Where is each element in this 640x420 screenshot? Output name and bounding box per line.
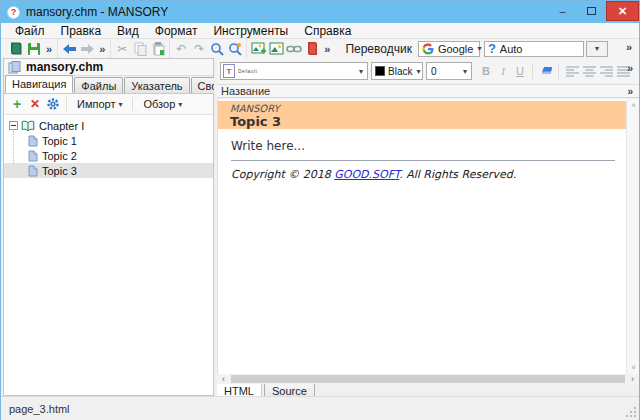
align-center-icon[interactable] bbox=[581, 63, 597, 80]
tree-node-chapter[interactable]: Chapter I bbox=[4, 118, 213, 133]
save-icon[interactable] bbox=[25, 40, 43, 57]
main-toolbar: » » ✂ ↶ ↷ bbox=[1, 39, 639, 58]
collapse-icon[interactable] bbox=[9, 121, 18, 130]
translator-engine-select[interactable]: Google ▾ bbox=[418, 41, 480, 57]
overflow-icon[interactable]: » bbox=[623, 41, 635, 53]
maximize-button[interactable] bbox=[577, 1, 606, 21]
status-bar: page_3.html bbox=[1, 396, 639, 420]
banner-topic-title: Topic 3 bbox=[230, 114, 626, 129]
bookmark-icon[interactable] bbox=[303, 40, 321, 57]
menu-file[interactable]: Файл bbox=[7, 23, 53, 38]
insert-image-icon[interactable] bbox=[249, 40, 267, 57]
wysiwyg-editor[interactable]: MANSORY Topic 3 Write here... Copyright … bbox=[217, 99, 639, 374]
project-file-icon bbox=[8, 61, 21, 74]
italic-button[interactable]: I bbox=[495, 63, 511, 80]
scroll-down-icon[interactable]: ˅ bbox=[627, 361, 640, 374]
scroll-up-icon[interactable]: ˄ bbox=[627, 99, 640, 112]
align-left-icon[interactable] bbox=[564, 63, 580, 80]
tree-node-label: Chapter I bbox=[39, 120, 84, 132]
bold-button[interactable]: B bbox=[478, 63, 494, 80]
search-icon[interactable] bbox=[208, 40, 226, 57]
link-icon[interactable] bbox=[285, 40, 303, 57]
format-toolbar: T Default ▾ Black ▾ 0 ▾ B I bbox=[217, 58, 639, 85]
back-icon[interactable] bbox=[60, 40, 78, 57]
menu-format[interactable]: Формат bbox=[147, 23, 206, 38]
divider bbox=[558, 64, 559, 79]
delete-topic-button[interactable]: ✕ bbox=[26, 95, 44, 113]
close-button[interactable]: ✕ bbox=[606, 1, 639, 21]
topic-page-icon bbox=[28, 150, 38, 162]
overflow-icon[interactable]: » bbox=[321, 43, 333, 55]
topic-page-icon bbox=[28, 135, 38, 147]
overflow-icon[interactable]: » bbox=[624, 62, 636, 74]
project-panel: mansory.chm Навигация Файлы Указатель Св… bbox=[3, 58, 214, 396]
overflow-icon[interactable]: » bbox=[624, 86, 636, 97]
menu-edit[interactable]: Правка bbox=[53, 23, 110, 38]
menu-view[interactable]: Вид bbox=[109, 23, 147, 38]
tab-files[interactable]: Файлы bbox=[74, 77, 123, 93]
underline-button[interactable]: U bbox=[512, 63, 528, 80]
copyright-link[interactable]: GOOD.SOFT bbox=[334, 168, 399, 181]
menu-tools[interactable]: Инструменты bbox=[205, 23, 296, 38]
browse-button-label: Обзор bbox=[143, 98, 175, 110]
tab-navigation[interactable]: Навигация bbox=[5, 75, 73, 93]
window-title: mansory.chm - MANSORY bbox=[26, 5, 168, 19]
app-window: ? mansory.chm - MANSORY – ✕ Файл Правка … bbox=[0, 0, 640, 420]
paste-icon[interactable] bbox=[149, 40, 167, 57]
overflow-icon[interactable]: » bbox=[96, 43, 108, 55]
google-icon bbox=[422, 43, 434, 55]
image-icon[interactable] bbox=[267, 40, 285, 57]
copy-icon[interactable] bbox=[131, 40, 149, 57]
settings-gear-icon[interactable] bbox=[44, 95, 62, 113]
translator-label: Переводчик bbox=[339, 42, 418, 56]
search-replace-icon[interactable] bbox=[226, 40, 244, 57]
tab-index[interactable]: Указатель bbox=[124, 77, 189, 93]
topic-title-header: Название » bbox=[217, 85, 639, 98]
minimize-button[interactable]: – bbox=[548, 1, 577, 21]
resize-grip-icon[interactable] bbox=[625, 406, 637, 418]
import-button[interactable]: Импорт ▾ bbox=[71, 96, 128, 112]
cut-icon[interactable]: ✂ bbox=[113, 40, 131, 57]
auto-detect-icon: ? bbox=[488, 41, 496, 56]
translator-language-select[interactable]: ? Auto bbox=[484, 41, 584, 57]
copyright-suffix: . All Rights Reserved. bbox=[399, 168, 516, 181]
scroll-left-icon[interactable]: ‹ bbox=[217, 374, 230, 384]
overflow-icon[interactable]: » bbox=[43, 43, 55, 55]
menubar: Файл Правка Вид Формат Инструменты Справ… bbox=[1, 23, 639, 39]
navigation-actions: + ✕ Импорт ▾ Обзор ▾ bbox=[4, 94, 213, 115]
scrollbar-thumb[interactable] bbox=[231, 375, 625, 383]
vertical-scrollbar[interactable]: ˄ ˅ bbox=[626, 99, 639, 374]
translator-language-dropdown-button[interactable]: ▾ bbox=[586, 41, 608, 57]
browse-button[interactable]: Обзор ▾ bbox=[137, 96, 188, 112]
scroll-right-icon[interactable]: › bbox=[626, 374, 639, 384]
tree-node-topic-2[interactable]: Topic 2 bbox=[4, 148, 213, 163]
chapter-book-icon bbox=[21, 120, 35, 132]
horizontal-scrollbar[interactable]: ‹ › bbox=[217, 374, 639, 384]
new-project-icon[interactable] bbox=[7, 40, 25, 57]
font-size-select[interactable]: 0 ▾ bbox=[426, 62, 472, 80]
font-color-select[interactable]: Black ▾ bbox=[371, 62, 423, 80]
editor-panel: T Default ▾ Black ▾ 0 ▾ B I bbox=[217, 58, 639, 396]
tree-node-label: Topic 2 bbox=[42, 150, 77, 162]
banner-project-name: MANSORY bbox=[230, 103, 626, 114]
eraser-icon[interactable] bbox=[538, 63, 554, 80]
maximize-icon bbox=[587, 7, 596, 15]
app-icon: ? bbox=[7, 6, 20, 19]
tree-node-topic-1[interactable]: Topic 1 bbox=[4, 133, 213, 148]
font-color-value: Black bbox=[388, 66, 412, 77]
translator-group: Переводчик Google ▾ ? Auto ▾ bbox=[339, 41, 608, 57]
align-right-icon[interactable] bbox=[598, 63, 614, 80]
copyright-prefix: Copyright © 2018 bbox=[231, 168, 334, 181]
chevron-down-icon: ▾ bbox=[355, 67, 367, 76]
menu-help[interactable]: Справка bbox=[296, 23, 359, 38]
add-topic-button[interactable]: + bbox=[8, 95, 26, 113]
import-button-label: Импорт bbox=[77, 98, 115, 110]
tree-node-topic-3-selected[interactable]: Topic 3 bbox=[4, 163, 213, 178]
topic-body-text[interactable]: Write here... bbox=[231, 139, 305, 153]
redo-icon[interactable]: ↷ bbox=[190, 40, 208, 57]
tree-node-label: Topic 3 bbox=[42, 165, 77, 177]
forward-icon[interactable] bbox=[78, 40, 96, 57]
project-filename: mansory.chm bbox=[26, 60, 103, 74]
font-family-select[interactable]: T Default ▾ bbox=[220, 62, 368, 80]
undo-icon[interactable]: ↶ bbox=[172, 40, 190, 57]
